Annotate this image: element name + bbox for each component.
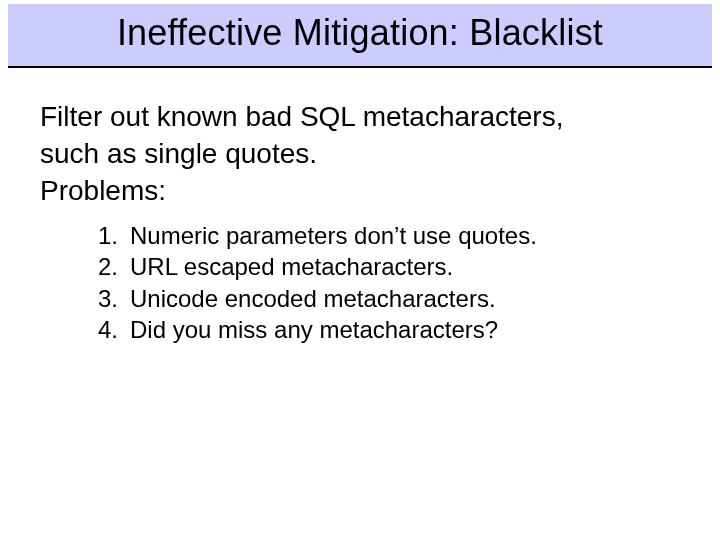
list-number: 3.: [84, 284, 130, 313]
list-number: 1.: [84, 221, 130, 250]
problems-label: Problems:: [40, 174, 680, 207]
intro-line-1: Filter out known bad SQL metacharacters,: [40, 100, 680, 133]
slide: Ineffective Mitigation: Blacklist Filter…: [0, 0, 720, 540]
list-item: 3. Unicode encoded metacharacters.: [84, 284, 680, 313]
list-item: 1. Numeric parameters don’t use quotes.: [84, 221, 680, 250]
list-text: Unicode encoded metacharacters.: [130, 284, 680, 313]
list-number: 4.: [84, 315, 130, 344]
list-item: 2. URL escaped metacharacters.: [84, 252, 680, 281]
title-bar: Ineffective Mitigation: Blacklist: [8, 4, 712, 68]
intro-line-2: such as single quotes.: [40, 137, 680, 170]
slide-title: Ineffective Mitigation: Blacklist: [8, 12, 712, 54]
list-text: URL escaped metacharacters.: [130, 252, 680, 281]
list-number: 2.: [84, 252, 130, 281]
list-item: 4. Did you miss any metacharacters?: [84, 315, 680, 344]
slide-body: Filter out known bad SQL metacharacters,…: [40, 100, 680, 346]
list-text: Did you miss any metacharacters?: [130, 315, 680, 344]
list-text: Numeric parameters don’t use quotes.: [130, 221, 680, 250]
numbered-list: 1. Numeric parameters don’t use quotes. …: [84, 221, 680, 344]
